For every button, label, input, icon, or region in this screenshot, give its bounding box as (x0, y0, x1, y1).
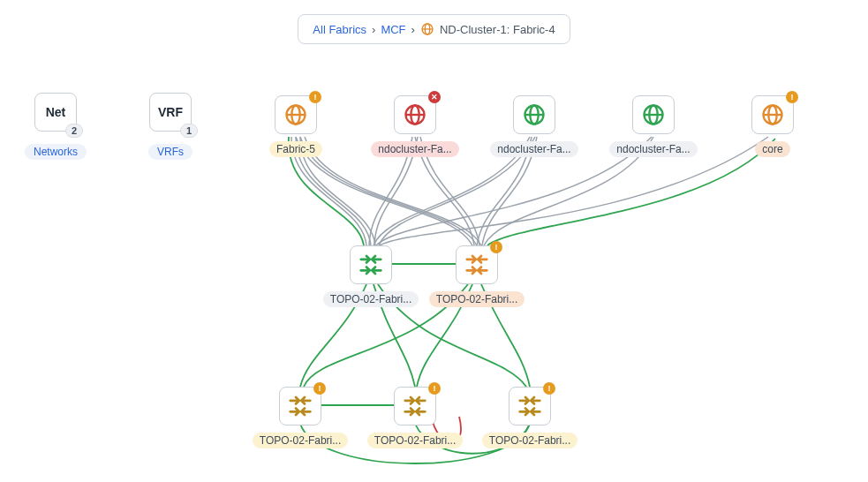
breadcrumb-current: ND-Cluster-1: Fabric-4 (440, 23, 555, 36)
leaf-node-box: ! (509, 387, 551, 426)
switch-arrows-icon (464, 253, 490, 276)
breadcrumb-all-fabrics[interactable]: All Fabrics (313, 23, 366, 36)
fabric-node-box: ! (275, 95, 317, 134)
globe-icon (403, 102, 427, 127)
fabric-node-box: ! (751, 95, 794, 134)
switch-arrows-icon (287, 395, 313, 418)
fabric-node-box: ✕ (394, 95, 436, 134)
switch-arrows-icon (517, 395, 543, 418)
globe-icon (420, 22, 434, 36)
vrfs-box-label: VRF (158, 105, 183, 119)
node-label: ndocluster-Fa... (371, 141, 458, 157)
networks-box: Net 2 (34, 93, 77, 132)
vrfs-box: VRF 1 (149, 93, 192, 132)
networks-count-badge: 2 (65, 124, 83, 138)
node-label: TOPO-02-Fabri... (253, 433, 348, 448)
breadcrumb: All Fabrics › MCF › ND-Cluster-1: Fabric… (298, 14, 570, 44)
fabric-node-ndocluster-3[interactable]: ndocluster-Fa... (609, 95, 698, 157)
globe-icon (522, 102, 547, 127)
fabric-node-core[interactable]: ! core (728, 95, 817, 157)
warning-badge-icon: ! (428, 382, 441, 395)
switch-node-box: ! (456, 245, 498, 284)
warning-badge-icon: ! (313, 382, 326, 395)
switch-node-a[interactable]: TOPO-02-Fabri... (327, 245, 415, 307)
switch-arrows-icon (358, 253, 384, 276)
node-label: ndocluster-Fa... (490, 141, 577, 157)
networks-label: Networks (25, 144, 87, 160)
error-badge-icon: ✕ (428, 91, 441, 103)
breadcrumb-separator: › (372, 23, 375, 36)
vrfs-summary[interactable]: VRF 1 VRFs (148, 93, 192, 160)
node-label: TOPO-02-Fabri... (482, 433, 577, 448)
fabric-node-fabric5[interactable]: ! Fabric-5 (252, 95, 340, 157)
networks-summary[interactable]: Net 2 Networks (25, 93, 87, 160)
node-label: TOPO-02-Fabri... (323, 291, 419, 307)
breadcrumb-mcf[interactable]: MCF (381, 23, 405, 36)
side-panel: Net 2 Networks VRF 1 VRFs (25, 93, 192, 160)
node-label: Fabric-5 (269, 141, 322, 157)
leaf-node-box: ! (394, 387, 436, 426)
leaf-node-box: ! (279, 387, 321, 426)
warning-badge-icon: ! (490, 241, 502, 253)
fabric-node-ndocluster-2[interactable]: ndocluster-Fa... (490, 95, 578, 157)
warning-badge-icon: ! (786, 91, 798, 103)
node-label: TOPO-02-Fabri... (429, 291, 525, 307)
leaf-node-2[interactable]: ! TOPO-02-Fabri... (371, 387, 459, 448)
leaf-node-1[interactable]: ! TOPO-02-Fabri... (256, 387, 344, 448)
fabric-node-ndocluster-1[interactable]: ✕ ndocluster-Fa... (371, 95, 459, 157)
vrfs-count-badge: 1 (180, 124, 198, 138)
switch-node-b[interactable]: ! TOPO-02-Fabri... (433, 245, 521, 307)
breadcrumb-separator: › (411, 23, 415, 36)
fabric-node-box (632, 95, 675, 134)
switch-node-box (350, 245, 392, 284)
globe-icon (641, 102, 666, 127)
networks-box-label: Net (46, 105, 66, 119)
warning-badge-icon: ! (309, 91, 321, 103)
warning-badge-icon: ! (543, 382, 555, 395)
node-label: TOPO-02-Fabri... (367, 433, 463, 448)
node-label: ndocluster-Fa... (609, 141, 697, 157)
leaf-node-3[interactable]: ! TOPO-02-Fabri... (486, 387, 574, 448)
globe-icon (760, 102, 785, 127)
switch-arrows-icon (402, 395, 428, 418)
node-label: core (755, 141, 789, 157)
fabric-node-box (513, 95, 555, 134)
globe-icon (283, 102, 308, 127)
vrfs-label: VRFs (148, 144, 192, 160)
